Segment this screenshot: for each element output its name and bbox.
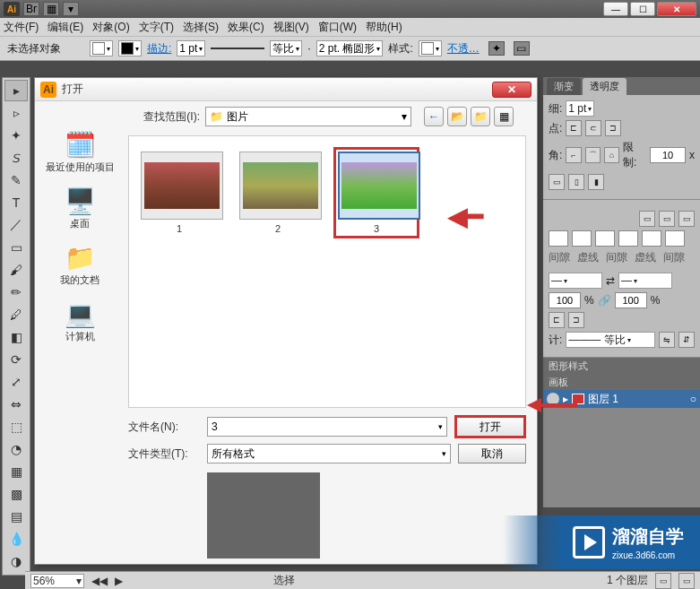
link-scale-icon[interactable]: 🔗 [598,294,611,307]
stroke-weight-input[interactable]: 1 pt▾ [177,40,205,56]
prefs-icon[interactable]: ✦ [488,41,505,56]
limit-input[interactable] [650,147,686,163]
file-item-1[interactable]: 1 [136,147,222,238]
menu-window[interactable]: 窗口(W) [318,20,357,35]
gap-2[interactable] [618,230,638,247]
menu-help[interactable]: 帮助(H) [366,20,402,35]
rectangle-tool[interactable]: ▭ [4,237,28,258]
align-arrow-1[interactable]: ⊏ [549,312,565,328]
scale-start[interactable] [549,292,581,308]
menu-edit[interactable]: 编辑(E) [48,20,83,35]
status-icon-2[interactable]: ▭ [678,573,695,589]
flip-y-icon[interactable]: ⇵ [678,332,695,348]
filetype-dropdown-icon[interactable]: ▾ [442,449,446,458]
selection-tool[interactable]: ▸ [4,80,28,101]
menu-object[interactable]: 对象(O) [92,20,129,35]
menu-select[interactable]: 选择(S) [183,20,219,35]
arrow-start[interactable]: —▾ [549,273,602,289]
target-icon[interactable]: ○ [690,393,696,405]
scale-tool[interactable]: ⤢ [4,371,28,393]
maximize-button[interactable]: ☐ [630,2,655,16]
filetype-combo[interactable]: 所有格式 ▾ [207,444,451,463]
blob-brush-tool[interactable]: 🖊 [4,304,28,325]
direct-selection-tool[interactable]: ▹ [4,102,28,124]
scale-end[interactable] [615,292,647,308]
dash-1[interactable] [549,230,568,247]
cap-butt-icon[interactable]: ⊏ [566,120,582,136]
paintbrush-tool[interactable]: 🖌 [4,259,28,281]
back-button[interactable]: ← [424,107,444,126]
pencil-tool[interactable]: ✏ [4,282,28,303]
gap-1[interactable] [572,230,592,247]
file-item-3[interactable]: 3 [333,147,419,238]
profile-combo[interactable]: ———等比▾ [566,332,655,348]
brush-proportion[interactable]: 等比▾ [270,40,302,56]
align-stroke-1[interactable]: ▭ [549,174,565,190]
menu-type[interactable]: 文字(T) [139,20,174,35]
stroke-swatch[interactable]: ▾ [118,40,142,56]
dialog-title-bar[interactable]: Ai 打开 ✕ [35,78,537,101]
layer-name[interactable]: 图层 1 [588,392,618,407]
gradient-tab[interactable]: 渐变 [547,78,581,95]
weight-input[interactable]: 1 pt▾ [566,100,594,117]
type-tool[interactable]: T [4,192,28,213]
open-button[interactable]: 打开 [454,415,526,438]
dash-opt-3[interactable]: ▭ [678,211,695,227]
up-button[interactable]: 📂 [447,107,467,126]
perspective-tool[interactable]: ▦ [4,461,28,482]
width-tool[interactable]: ⇔ [4,394,28,415]
new-folder-button[interactable]: 📁 [471,107,490,126]
magic-wand-tool[interactable]: ✦ [4,125,28,146]
align-stroke-2[interactable]: ▯ [568,174,584,190]
workspace-switcher[interactable]: ▾ [63,2,79,16]
gradient-tool[interactable]: ▤ [4,506,28,527]
align-stroke-3[interactable]: ▮ [588,174,604,190]
graphic-style[interactable]: ▾ [419,40,442,56]
menu-file[interactable]: 文件(F) [4,20,39,35]
dash-2[interactable] [595,230,615,247]
swap-arrows-icon[interactable]: ⇄ [606,274,615,287]
file-list[interactable]: 1 2 3 [128,135,526,408]
lookin-combo[interactable]: 📁 图片 ▾ [205,107,411,126]
zoom-combo[interactable]: 56% ▾ [30,574,84,588]
lookin-dropdown-icon[interactable]: ▾ [402,110,407,123]
stroke-label[interactable]: 描边: [147,41,171,56]
graphic-styles-header[interactable]: 图形样式 [543,358,700,374]
corner-miter-icon[interactable]: ⌐ [566,147,581,163]
lasso-tool[interactable]: 𝘚 [4,147,28,169]
zoom-dropdown-icon[interactable]: ▾ [76,575,82,587]
sidebar-item-computer[interactable]: 💻 计算机 [39,299,121,343]
brush-preview[interactable] [211,48,264,49]
free-transform-tool[interactable]: ⬚ [4,416,28,437]
shape-builder-tool[interactable]: ◔ [4,438,28,460]
rotate-tool[interactable]: ⟳ [4,349,28,370]
filename-dropdown-icon[interactable]: ▾ [438,422,443,431]
dialog-close-button[interactable]: ✕ [492,82,531,98]
corner-bevel-icon[interactable]: ⌂ [604,147,619,163]
filename-combo[interactable]: 3 ▾ [207,417,447,437]
essentials-bridge-icon[interactable]: Br [23,2,39,16]
pen-tool[interactable]: ✎ [4,169,28,191]
minimize-button[interactable]: — [603,2,628,16]
sidebar-item-mydocs[interactable]: 📁 我的文档 [39,243,121,287]
cap-round-icon[interactable]: ⊂ [585,120,601,136]
opacity-link[interactable]: 不透… [447,41,480,56]
arrange-docs-icon[interactable]: ▦ [43,2,59,16]
eyedropper-tool[interactable]: 💧 [4,528,28,550]
status-nav-left[interactable]: ◀◀ [91,575,108,587]
align-arrow-2[interactable]: ⊐ [568,312,584,328]
arrow-end[interactable]: —▾ [618,273,672,289]
doc-setup-icon[interactable]: ▭ [514,41,530,56]
dash-3[interactable] [642,230,661,247]
dash-opt-1[interactable]: ▭ [639,211,655,227]
artboards-header[interactable]: 画板 [543,374,700,390]
menu-view[interactable]: 视图(V) [273,20,309,35]
mesh-tool[interactable]: ▩ [4,483,28,505]
blend-tool[interactable]: ◑ [4,550,28,572]
fill-swatch[interactable]: ▾ [90,40,113,56]
view-menu-button[interactable]: ▦ [494,107,514,126]
cap-square-icon[interactable]: ⊐ [605,120,621,136]
sidebar-item-desktop[interactable]: 🖥️ 桌面 [39,186,121,230]
close-button[interactable]: ✕ [657,2,696,16]
width-profile[interactable]: 2 pt. 椭圆形▾ [316,40,384,56]
